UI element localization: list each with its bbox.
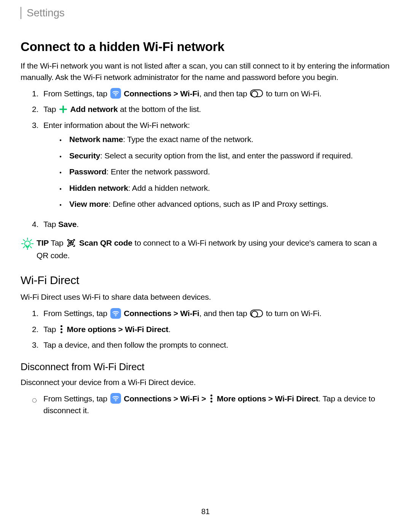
svg-point-6 [115, 315, 116, 316]
heading-wifi-direct: Wi-Fi Direct [21, 274, 390, 287]
step-num: 4. [32, 218, 43, 230]
bullet-mark: ● [59, 166, 69, 176]
bullet-mark: ● [59, 182, 69, 192]
svg-point-8 [115, 401, 116, 401]
step-content: Tap a device, and then follow the prompt… [43, 339, 390, 351]
text: Tap [43, 220, 58, 228]
more-options-icon [209, 395, 214, 403]
heading-disconnect: Disconnect from Wi-Fi Direct [21, 361, 390, 373]
svg-point-0 [115, 96, 116, 96]
text: : Add a hidden network. [128, 184, 210, 192]
svg-rect-3 [72, 241, 73, 243]
text: : Type the exact name of the network. [123, 135, 253, 144]
qr-icon [66, 238, 76, 248]
wifi-icon [110, 393, 121, 404]
step-content: From Settings, tap Connections > Wi-Fi, … [43, 307, 390, 320]
plus-icon [59, 105, 67, 113]
step-content: From Settings, tap Connections > Wi-Fi >… [43, 393, 390, 417]
page-number: 81 [0, 507, 411, 516]
text-bold: Wi-Fi Direct [275, 394, 318, 403]
text-bold: Wi-Fi [180, 89, 199, 98]
text-bold: > [171, 89, 180, 98]
text-bold: > [116, 325, 125, 334]
text: to turn on Wi-Fi. [266, 89, 322, 98]
text-bold: Password [69, 167, 107, 176]
svg-point-7 [32, 398, 36, 402]
text-bold: Add network [70, 105, 118, 113]
sub-bullets: ●Network name: Type the exact name of th… [43, 133, 390, 211]
text: From Settings, tap [43, 394, 107, 403]
bullet-content: Security: Select a security option from … [69, 150, 390, 162]
wifi-icon [110, 88, 121, 99]
svg-point-1 [25, 241, 30, 246]
step-content: Tap Add network at the bottom of the lis… [43, 103, 390, 115]
header-bar: Settings [21, 7, 390, 19]
text: : Enter the network password. [107, 167, 210, 176]
circle-bullet-icon [32, 393, 43, 406]
bullet-content: View more: Define other advanced options… [69, 198, 390, 211]
lightbulb-icon [21, 237, 37, 252]
text-bold: Connections [124, 309, 171, 318]
heading-hidden-wifi: Connect to a hidden Wi-Fi network [21, 40, 390, 54]
wifi-icon [110, 308, 121, 319]
text: to turn on Wi-Fi. [266, 309, 322, 318]
tip-block: TIP Tap Scan QR code to connect to a Wi-… [21, 237, 390, 262]
text-bold: Wi-Fi Direct [125, 325, 168, 334]
step-content: Tap Save. [43, 218, 390, 230]
intro-wifi-direct: Wi-Fi Direct uses Wi-Fi to share data be… [21, 291, 390, 303]
bullet-mark: ● [59, 198, 69, 208]
tip-content: TIP Tap Scan QR code to connect to a Wi-… [37, 237, 390, 262]
steps-wifi-direct: 1. From Settings, tap Connections > Wi-F… [21, 307, 390, 351]
text-bold: Save [58, 220, 76, 228]
text-bold: > [171, 309, 180, 318]
text-bold: > [171, 394, 180, 403]
text-bold: Security [69, 151, 100, 160]
text: Tap [43, 325, 56, 334]
text: , and then tap [199, 309, 247, 318]
text: : Define other advanced options, such as… [108, 200, 328, 208]
step-num: 1. [32, 307, 43, 320]
text-bold: Connections [124, 89, 171, 98]
toggle-icon [250, 89, 263, 97]
text: . [76, 220, 79, 228]
text: , and then tap [199, 89, 247, 98]
text-bold: More options [217, 394, 266, 403]
text: Tap [49, 238, 64, 247]
step-num: 2. [32, 323, 43, 335]
text-bold: Wi-Fi [180, 394, 199, 403]
tip-label: TIP [37, 238, 49, 247]
steps-hidden-wifi: 1. From Settings, tap Connections > Wi-F… [21, 88, 390, 230]
toggle-icon [250, 310, 263, 317]
header-title: Settings [27, 7, 390, 19]
text-bold: Hidden network [69, 184, 128, 192]
text: Enter information about the Wi-Fi networ… [43, 121, 190, 129]
text: : Select a security option from the list… [100, 151, 353, 160]
step-num: 3. [32, 339, 43, 351]
text: . [168, 325, 170, 334]
text: From Settings, tap [43, 89, 107, 98]
intro-disconnect: Disconnect your device from a Wi-Fi Dire… [21, 377, 390, 388]
svg-rect-5 [72, 244, 73, 245]
step-content: Tap More options > Wi-Fi Direct. [43, 323, 390, 335]
intro-hidden-wifi: If the Wi-Fi network you want is not lis… [21, 60, 390, 83]
text-bold: > [199, 394, 208, 403]
step-num: 3. [32, 119, 43, 131]
step-content: Enter information about the Wi-Fi networ… [43, 119, 390, 214]
bullet-content: Password: Enter the network password. [69, 166, 390, 178]
text-bold: View more [69, 200, 108, 208]
text: Tap [43, 105, 56, 113]
bullet-mark: ● [59, 133, 69, 143]
svg-rect-2 [69, 241, 71, 243]
text-bold: Scan QR code [79, 238, 132, 247]
bullet-content: Network name: Type the exact name of the… [69, 133, 390, 146]
bullet-content: Hidden network: Add a hidden network. [69, 182, 390, 195]
step-num: 2. [32, 103, 43, 115]
text-bold: Wi-Fi [180, 309, 199, 318]
more-options-icon [59, 325, 64, 333]
text-bold: > [266, 394, 275, 403]
text: From Settings, tap [43, 309, 107, 318]
svg-rect-4 [69, 243, 71, 245]
step-num: 1. [32, 88, 43, 100]
text-bold: More options [67, 325, 116, 334]
text-bold: Connections [124, 394, 171, 403]
